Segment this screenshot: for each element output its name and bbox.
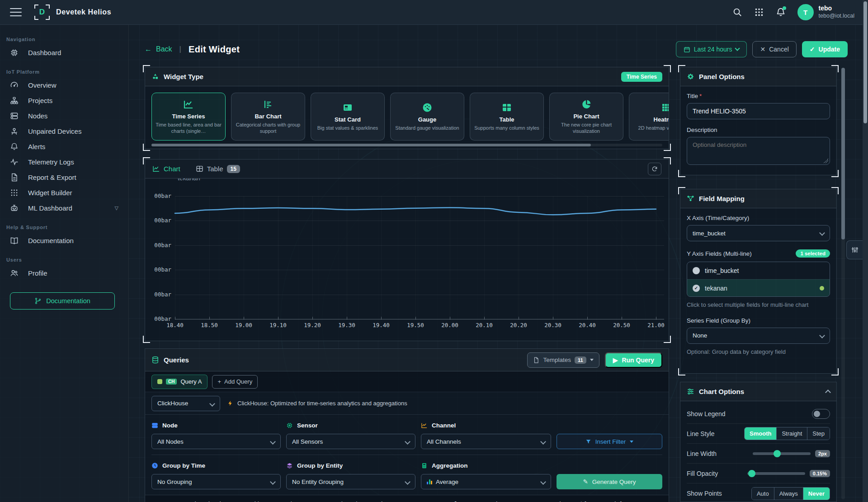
description-textarea[interactable] bbox=[687, 137, 830, 165]
line-style-step[interactable]: Step bbox=[807, 427, 830, 440]
apps-grid-icon[interactable] bbox=[754, 7, 764, 17]
documentation-cta-button[interactable]: Documentation bbox=[10, 292, 115, 310]
chart-options-title: Chart Options bbox=[699, 388, 744, 395]
query-tab-a[interactable]: CH Query A bbox=[151, 375, 208, 389]
group-by-entity-label: Group by Entity bbox=[286, 460, 415, 471]
add-query-button[interactable]: + Add Query bbox=[212, 375, 258, 389]
options-drawer-tab[interactable] bbox=[846, 240, 863, 259]
channel-select[interactable]: All Channels bbox=[421, 434, 551, 449]
right-panel-scrollbar[interactable] bbox=[841, 68, 845, 499]
gauge-dial-icon bbox=[422, 102, 433, 113]
cards-horizontal-scrollbar[interactable] bbox=[151, 144, 662, 146]
group-time-value: No Grouping bbox=[157, 479, 192, 485]
line-style-smooth[interactable]: Smooth bbox=[745, 427, 777, 440]
widget-card-name: Table bbox=[500, 116, 514, 123]
widget-card-bar-chart[interactable]: Bar Chart Categorical charts with group … bbox=[231, 93, 305, 141]
line-chart-icon bbox=[152, 165, 160, 173]
search-icon[interactable] bbox=[732, 7, 742, 17]
sidebar-item-dashboard[interactable]: Dashboard bbox=[0, 45, 128, 60]
show-legend-toggle[interactable] bbox=[812, 409, 830, 419]
sidebar-item-label: Overview bbox=[28, 81, 57, 89]
update-label: Update bbox=[819, 46, 840, 53]
sitemap-icon bbox=[10, 96, 19, 105]
insert-filter-button[interactable]: Insert Filter bbox=[557, 434, 662, 449]
back-button[interactable]: ← Back bbox=[145, 45, 172, 53]
sidebar-item-unpaired-devices[interactable]: Unpaired Devices bbox=[0, 123, 128, 139]
user-menu[interactable]: T tebo tebo@iot.local bbox=[797, 4, 854, 20]
widget-card-time-series[interactable]: Time Series Time based line, area and ba… bbox=[151, 93, 226, 141]
y-field-tekanan[interactable]: tekanan bbox=[687, 279, 830, 296]
sidebar-item-widget-builder[interactable]: Widget Builder bbox=[0, 185, 128, 200]
sidebar-section-users: Users bbox=[0, 253, 128, 265]
widget-card-stat-card[interactable]: Stat Card Big stat values & sparklines bbox=[311, 93, 385, 141]
templates-button[interactable]: Templates 11 bbox=[527, 352, 599, 368]
sidebar-item-nodes[interactable]: Nodes bbox=[0, 108, 128, 123]
heatmap-icon bbox=[660, 102, 669, 113]
sidebar-item-alerts[interactable]: Alerts bbox=[0, 139, 128, 154]
resize-handle[interactable] bbox=[824, 159, 828, 163]
widget-card-table[interactable]: Table Supports many column styles bbox=[470, 93, 544, 141]
sidebar-item-label: Report & Export bbox=[28, 174, 76, 181]
series-field-value: None bbox=[693, 332, 707, 339]
node-select[interactable]: All Nodes bbox=[151, 434, 281, 449]
sensor-chip-icon bbox=[286, 422, 293, 429]
datasource-select[interactable]: ClickHouse bbox=[151, 396, 220, 411]
tab-table[interactable]: Table 15 bbox=[196, 165, 240, 173]
sidebar-item-projects[interactable]: Projects bbox=[0, 93, 128, 108]
refresh-button[interactable] bbox=[648, 163, 661, 175]
widget-card-gauge[interactable]: Gauge Standard gauge visualization bbox=[390, 93, 464, 141]
layers-icon bbox=[286, 462, 293, 469]
widget-card-pie-chart[interactable]: Pie Chart The new core pie chart visuali… bbox=[549, 93, 623, 141]
line-width-slider[interactable] bbox=[753, 452, 811, 455]
generate-query-button[interactable]: ✎ Generate Query bbox=[557, 474, 662, 489]
sidebar-item-report-export[interactable]: Report & Export bbox=[0, 169, 128, 185]
share-nodes-icon bbox=[687, 195, 694, 202]
field-mapping-title: Field Mapping bbox=[699, 195, 745, 202]
time-range-button[interactable]: Last 24 hours bbox=[676, 41, 747, 57]
widget-card-name: Gauge bbox=[418, 116, 436, 123]
update-button[interactable]: ✓ Update bbox=[802, 41, 848, 57]
show-points-never[interactable]: Never bbox=[803, 488, 830, 500]
sidebar-item-documentation[interactable]: Documentation bbox=[0, 233, 128, 248]
title-input[interactable] bbox=[687, 103, 830, 119]
series-field-select[interactable]: None bbox=[687, 328, 830, 344]
template-file-icon bbox=[533, 357, 539, 363]
sidebar-item-ml-dashboard[interactable]: ML Dashboard ▽ bbox=[0, 200, 128, 216]
run-query-button[interactable]: ▶ Run Query bbox=[605, 352, 662, 368]
cancel-button[interactable]: ✕ Cancel bbox=[752, 41, 796, 57]
x-axis-select[interactable]: time_bucket bbox=[687, 225, 830, 241]
widget-card-heatmap[interactable]: Heatmap 2D heatmap visualization bbox=[629, 93, 669, 141]
collapse-chevron-icon[interactable] bbox=[825, 389, 831, 395]
show-legend-label: Show Legend bbox=[687, 410, 726, 418]
y-field-time-bucket[interactable]: time_bucket bbox=[687, 262, 830, 279]
book-icon bbox=[10, 236, 19, 245]
notification-dot bbox=[783, 6, 786, 10]
line-width-label: Line Width bbox=[687, 450, 717, 457]
chart-plot: tekanan 00bar00bar00bar00bar00bar00bar18… bbox=[145, 178, 669, 341]
line-width-value-badge: 2px bbox=[815, 450, 830, 457]
line-style-straight[interactable]: Straight bbox=[777, 427, 807, 440]
radio-checked-icon bbox=[693, 285, 700, 292]
user-name: tebo bbox=[819, 5, 854, 13]
tab-chart-label: Chart bbox=[164, 165, 180, 173]
window-scrollbar[interactable] bbox=[863, 0, 868, 502]
sidebar-item-telemetry-logs[interactable]: Telemetry Logs bbox=[0, 154, 128, 169]
channel-label: Channel bbox=[421, 419, 551, 431]
file-icon bbox=[10, 173, 19, 182]
widget-type-panel: Widget Type Time Series Time Series Time… bbox=[145, 67, 669, 149]
group-by-entity-select[interactable]: No Entity Grouping bbox=[286, 474, 415, 489]
hamburger-menu-icon[interactable] bbox=[10, 8, 22, 16]
sensor-select[interactable]: All Sensors bbox=[286, 434, 415, 449]
sidebar-item-profile[interactable]: Profile bbox=[0, 265, 128, 281]
fill-opacity-slider[interactable] bbox=[747, 472, 805, 475]
avatar: T bbox=[797, 4, 814, 20]
show-points-auto[interactable]: Auto bbox=[752, 488, 774, 500]
group-by-time-select[interactable]: No Grouping bbox=[151, 474, 281, 489]
sidebar-item-overview[interactable]: Overview bbox=[0, 77, 128, 93]
show-points-always[interactable]: Always bbox=[774, 488, 803, 500]
tab-chart[interactable]: Chart bbox=[152, 165, 180, 173]
sql-editor[interactable]: 1 SELECT time_bucket, round(avgMerge(eng… bbox=[145, 495, 669, 502]
notifications-bell-icon[interactable] bbox=[776, 7, 786, 17]
check-icon: ✓ bbox=[810, 46, 815, 53]
aggregation-select[interactable]: Average bbox=[421, 474, 551, 489]
